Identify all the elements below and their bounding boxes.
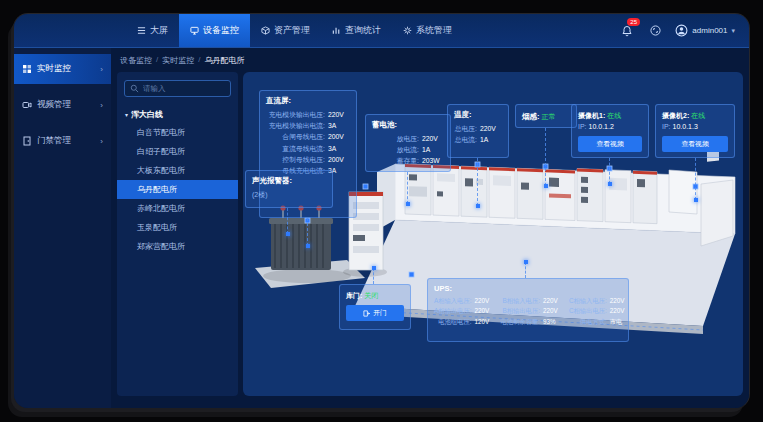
camera-status: 在线 [607, 112, 621, 119]
breadcrumb-separator: / [198, 55, 200, 66]
connector-line [477, 158, 478, 206]
panel-title: 蓄电池: [372, 120, 444, 130]
field-value: 1A [422, 144, 444, 155]
nav-item-assets[interactable]: 资产管理 [250, 14, 321, 47]
station-tree-panel: ▾ 浑大白线 白音节配电所 白绍子配电所 大板东配电所 乌丹配电所 赤峰北配电所… [117, 72, 238, 396]
field-value: 1A [480, 134, 502, 145]
menu-icon [137, 26, 146, 35]
user-menu[interactable]: admin001 ▾ [675, 24, 735, 37]
panel-title: 直流屏: [266, 96, 350, 106]
field-label: 放电流: [372, 144, 419, 155]
connector-line [407, 172, 408, 204]
field-label: 充电模块输出电流: [266, 120, 325, 131]
search-input[interactable] [143, 84, 213, 93]
door-panel: 库门: 关闭 开门 [339, 284, 411, 330]
tree-item[interactable]: 赤峰北配电所 [117, 199, 238, 218]
chevron-down-icon: ▾ [731, 27, 735, 35]
field-value: 93% [543, 317, 565, 327]
chevron-right-icon: › [100, 137, 103, 146]
tree-root-node[interactable]: ▾ 浑大白线 [117, 106, 238, 123]
camera-status: 在线 [691, 112, 705, 119]
field-value: 220V [422, 133, 444, 144]
tree-item[interactable]: 白音节配电所 [117, 123, 238, 142]
sidebar-item-access[interactable]: 门禁管理 › [14, 126, 111, 156]
equipment-marker[interactable] [363, 184, 368, 189]
sidebar-label: 门禁管理 [37, 135, 71, 147]
breadcrumb-item[interactable]: 实时监控 [162, 55, 194, 66]
alarm-location: (2楼) [252, 189, 326, 200]
tree-search-box [124, 80, 231, 97]
fullscreen-icon [650, 25, 661, 36]
room-monitor-content: 直流屏: 充电模块输出电压:220V 充电模块输出电流:3A 合闸母线电压:20… [243, 72, 743, 396]
field-value: 220V [480, 123, 502, 134]
field-label: 总电压: [454, 123, 477, 134]
view-video-button[interactable]: 查看视频 [662, 136, 728, 152]
field-label: A相输出电压: [434, 306, 471, 316]
realtime-monitor-icon [22, 64, 32, 74]
field-value: 220V [610, 306, 632, 316]
app-window: 大屏 设备监控 资产管理 查询统计 系统管理 25 [14, 14, 749, 408]
breadcrumb-item[interactable]: 设备监控 [120, 55, 152, 66]
panel-title: UPS: [434, 284, 622, 293]
field-label: 电池组电压: [434, 317, 471, 327]
equipment-marker[interactable] [409, 272, 414, 277]
username: admin001 [692, 26, 727, 35]
gear-icon [403, 26, 412, 35]
connector-line [525, 262, 526, 278]
connector-line [695, 158, 696, 200]
field-label: B相输入电压: [500, 296, 540, 306]
fullscreen-button[interactable] [647, 23, 663, 39]
field-value: 220V [543, 296, 565, 306]
bell-icon [621, 25, 633, 37]
field-value: 220V [474, 296, 496, 306]
field-label: C相输入电压: [569, 296, 607, 306]
tree-item[interactable]: 白绍子配电所 [117, 142, 238, 161]
panel-title: 声光报警器: [252, 176, 326, 186]
monitor-icon [190, 26, 199, 35]
tree-item[interactable]: 玉泉配电所 [117, 218, 238, 237]
field-label: 摄像机2: [662, 112, 689, 119]
nav-item-dashboard[interactable]: 大屏 [126, 14, 179, 47]
search-icon [130, 84, 139, 93]
left-sidebar: 实时监控 › 视频管理 › 门禁管理 › [14, 48, 111, 408]
button-label: 查看视频 [681, 139, 708, 149]
sidebar-item-video[interactable]: 视频管理 › [14, 90, 111, 120]
field-label: 控制母线电压: [266, 154, 325, 165]
field-value: 市电 [610, 317, 632, 327]
sidebar-label: 实时监控 [37, 63, 71, 75]
tree-item-selected[interactable]: 乌丹配电所 [117, 180, 238, 199]
tree-collapse-icon: ▾ [125, 111, 128, 118]
temperature-panel: 温度: 总电压:220V 总电流:1A [447, 104, 509, 158]
field-label: 蓄存量: [372, 155, 419, 166]
notification-bell-button[interactable]: 25 [619, 23, 635, 39]
tree-item[interactable]: 大板东配电所 [117, 161, 238, 180]
video-camera-icon [22, 100, 32, 110]
field-value: 220V [328, 109, 350, 120]
breadcrumb: 设备监控 / 实时监控 / 乌丹配电所 [120, 55, 244, 66]
view-video-button[interactable]: 查看视频 [578, 136, 642, 152]
connector-line [307, 218, 308, 246]
field-label: 充电模块输出电压: [266, 109, 325, 120]
camera2-panel: 摄像机2: 在线 IP: 10.0.1.3 查看视频 [655, 104, 735, 158]
nav-label: 系统管理 [416, 24, 452, 37]
ups-grid: A相输入电压:220V B相输入电压:220V C相输入电压:220V A相输出… [434, 296, 622, 327]
field-value: 200V [328, 131, 350, 142]
field-value: 3A [328, 143, 350, 154]
field-value: 120V [474, 317, 496, 327]
connector-line [609, 158, 610, 184]
sidebar-item-realtime[interactable]: 实时监控 › [14, 54, 111, 84]
panel-title: 温度: [454, 110, 502, 120]
open-door-button[interactable]: 开门 [346, 305, 404, 321]
nav-item-system[interactable]: 系统管理 [392, 14, 463, 47]
door-status: 关闭 [364, 292, 378, 299]
tree-item[interactable]: 郑家营配电所 [117, 237, 238, 256]
breadcrumb-item-current: 乌丹配电所 [204, 55, 244, 66]
nav-label: 设备监控 [203, 24, 239, 37]
field-value: 200V [328, 154, 350, 165]
smoke-status: 正常 [541, 113, 555, 120]
field-label: 总电流: [454, 134, 477, 145]
field-value: 220V [474, 306, 496, 316]
nav-item-statistics[interactable]: 查询统计 [321, 14, 392, 47]
chevron-right-icon: › [100, 101, 103, 110]
nav-item-device-monitor[interactable]: 设备监控 [179, 14, 250, 47]
